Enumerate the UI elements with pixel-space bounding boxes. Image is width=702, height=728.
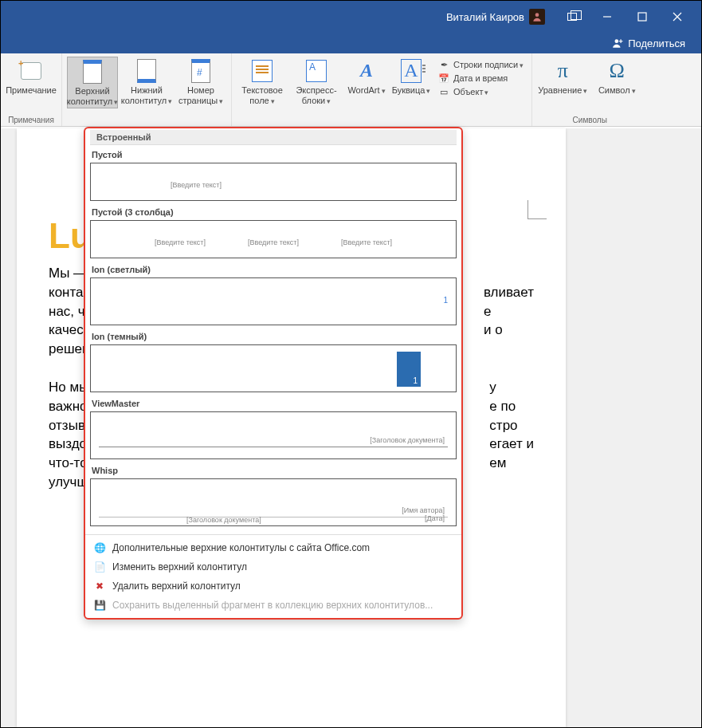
pi-icon: π [550,58,575,84]
ribbon-group-text: Текстовое поле Экспресс-блоки A WordArt … [232,53,532,126]
comment-icon [18,58,44,84]
share-bar: Поделиться [1,33,701,53]
header-button[interactable]: Верхний колонтитул [67,57,118,108]
quickparts-button[interactable]: Экспресс-блоки [291,57,342,107]
gallery-item-ion-dark[interactable]: 1 [90,344,457,392]
object-button[interactable]: ▭Объект [437,85,524,98]
gallery-item-ion-light[interactable]: 1 [90,277,457,325]
doc-paragraph-right: у е по стро егает и ем [489,378,534,492]
doc-paragraph-right: вливает е и о [484,264,534,359]
save-selection-button: 💾 Сохранить выделенный фрагмент в коллек… [85,596,461,615]
gallery-item-empty[interactable]: [Введите текст] [90,163,457,201]
office-icon: 🌐 [93,541,106,554]
svg-point-5 [615,39,619,43]
textbox-icon [249,58,275,84]
svg-rect-2 [638,13,646,21]
gallery-body[interactable]: Встроенный Пустой [Введите текст] Пустой… [85,128,461,534]
ribbon-options-button[interactable] [555,1,590,33]
gallery-item-label: Ion (светлый) [92,265,457,274]
wordart-button[interactable]: A WordArt [345,57,388,107]
gallery-section-label: Встроенный [90,130,457,145]
gallery-item-label: ViewMaster [92,399,457,408]
ribbon-group-comments: Примечание Примечания [1,53,62,126]
quickparts-icon [304,58,329,84]
datetime-button[interactable]: 📅Дата и время [437,72,524,85]
ribbon-group-symbols: π Уравнение Ω Символ Символы [532,53,647,126]
person-plus-icon [612,37,623,49]
gallery-item-viewmaster[interactable]: [Заголовок документа] [90,411,457,459]
footer-icon [134,58,159,84]
avatar-icon [529,9,545,25]
remove-header-icon: ✖ [93,580,106,592]
omega-icon: Ω [604,58,629,84]
group-label-symbols: Символы [573,116,607,124]
signature-line-button[interactable]: ✒Строки подписи [437,58,524,71]
ribbon-group-headerfooter: Верхний колонтитул Нижний колонтитул Ном… [62,53,232,126]
save-selection-icon: 💾 [93,599,106,612]
titlebar: Виталий Каиров [1,1,701,33]
textbox-button[interactable]: Текстовое поле [237,57,288,107]
signature-icon: ✒ [437,58,450,71]
text-side-list: ✒Строки подписи 📅Дата и время ▭Объект [434,57,527,107]
maximize-button[interactable] [625,1,660,33]
dropcap-icon: A [398,58,424,84]
more-headers-office-button[interactable]: 🌐 Дополнительные верхние колонтитулы с с… [85,538,461,557]
footer-button[interactable]: Нижний колонтитул [121,57,172,108]
gallery-item-label: Whisp [92,466,457,475]
equation-button[interactable]: π Уравнение [537,57,588,97]
page-number-button[interactable]: Номер страницы [175,57,226,108]
gallery-item-whisp[interactable]: [Заголовок документа] [Имя автора] [Дата… [90,478,457,526]
calendar-icon: 📅 [437,72,450,85]
gallery-item-empty3[interactable]: [Введите текст] [Введите текст] [Введите… [90,220,457,258]
ribbon: Примечание Примечания Верхний колонтитул… [1,53,701,127]
margin-marker [527,200,547,219]
object-icon: ▭ [437,85,450,98]
remove-header-button[interactable]: ✖ Удалить верхний колонтитул [85,576,461,596]
gallery-item-label: Ion (темный) [92,332,457,341]
gallery-item-label: Пустой [92,150,457,159]
gallery-item-label: Пустой (3 столбца) [92,207,457,217]
share-button[interactable]: Поделиться [612,37,685,49]
page-number-icon [188,58,214,84]
close-button[interactable] [660,1,695,33]
header-gallery-dropdown: Встроенный Пустой [Введите текст] Пустой… [84,127,463,620]
edit-header-icon: 📄 [93,561,106,573]
group-label-comments: Примечания [8,116,54,124]
svg-point-0 [535,13,539,17]
user-account[interactable]: Виталий Каиров [446,9,545,25]
wordart-icon: A [354,58,379,84]
dropcap-button[interactable]: A Буквица [391,57,431,107]
edit-header-button[interactable]: 📄 Изменить верхний колонтитул [85,557,461,576]
gallery-footer: 🌐 Дополнительные верхние колонтитулы с с… [85,534,461,618]
username: Виталий Каиров [446,11,524,23]
minimize-button[interactable] [590,1,625,33]
symbol-button[interactable]: Ω Символ [591,57,642,97]
header-icon [80,59,105,85]
new-comment-button[interactable]: Примечание [6,57,57,97]
